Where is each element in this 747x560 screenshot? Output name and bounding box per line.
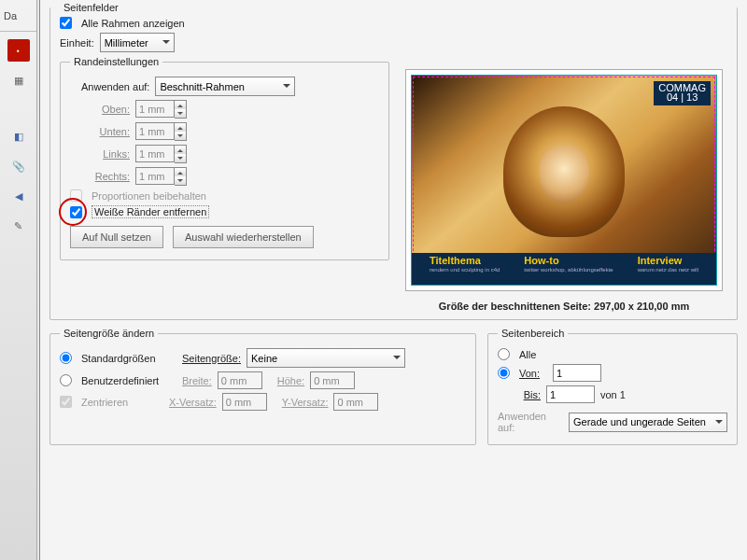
rand-group: Randeinstellungen Anwenden auf: Beschnit… — [60, 56, 389, 260]
pagesize-group: Seitengröße ändern Standardgrößen Seiten… — [49, 328, 476, 445]
benutzer-label: Benutzerdefiniert — [81, 375, 176, 386]
seitengroesse-label: Seitengröße: — [182, 353, 241, 364]
einheit-select[interactable]: Millimeter — [100, 33, 175, 52]
proportionen-label: Proportionen beibehalten — [92, 190, 206, 202]
bis-input[interactable] — [546, 385, 595, 403]
rechts-spinner[interactable] — [175, 167, 187, 186]
tab-label: Da — [0, 0, 36, 32]
anwenden-select[interactable]: Beschnitt-Rahmen — [155, 77, 295, 96]
xversatz-label: X-Versatz: — [169, 397, 217, 408]
alle-rahmen-label: Alle Rahmen anzeigen — [81, 18, 185, 29]
attachment-icon[interactable]: 📎 — [7, 155, 30, 177]
seitenbereich-legend: Seitenbereich — [498, 328, 568, 339]
hoehe-label: Höhe: — [277, 375, 304, 386]
links-spinner[interactable] — [175, 145, 187, 163]
unten-input[interactable] — [135, 122, 175, 140]
zentrieren-checkbox — [60, 396, 72, 408]
crop-dialog: Seitenfelder Alle Rahmen anzeigen Einhei… — [39, 0, 747, 560]
preview-strip: Titelthemarendern und sculpting in c4d H… — [412, 253, 716, 285]
von-input[interactable] — [553, 364, 601, 382]
proportionen-checkbox — [70, 189, 82, 202]
page-thumb-icon[interactable]: ▦ — [7, 69, 30, 91]
signature-icon[interactable]: ✎ — [7, 215, 30, 237]
oben-spinner[interactable] — [175, 100, 187, 119]
alle-rahmen-checkbox[interactable] — [60, 17, 72, 29]
standard-label: Standardgrößen — [81, 353, 176, 364]
range-anwenden-label: Anwenden auf: — [498, 411, 563, 433]
zentrieren-label: Zentrieren — [81, 397, 163, 408]
links-label: Links: — [81, 148, 130, 160]
benutzer-radio[interactable] — [60, 374, 72, 386]
oben-label: Oben: — [81, 104, 130, 115]
von-total-label: von 1 — [600, 389, 626, 400]
yversatz-label: Y-Versatz: — [282, 397, 329, 408]
breite-input — [218, 371, 262, 389]
einheit-label: Einheit: — [60, 37, 94, 49]
links-input[interactable] — [135, 145, 175, 162]
hoehe-input — [310, 371, 355, 389]
breite-label: Breite: — [182, 375, 212, 386]
pagesize-legend: Seitengröße ändern — [60, 328, 158, 339]
null-setzen-button[interactable]: Auf Null setzen — [70, 226, 163, 248]
bookmark-icon[interactable]: ◧ — [7, 125, 30, 147]
cropped-size-label: Größe der beschnittenen Seite: 297,00 x … — [439, 301, 689, 312]
rand-legend: Randeinstellungen — [70, 56, 162, 67]
bis-label: Bis: — [514, 389, 541, 400]
standard-radio[interactable] — [60, 352, 72, 364]
rechts-input[interactable] — [135, 167, 175, 185]
oben-input[interactable] — [135, 100, 175, 118]
alle-label: Alle — [519, 349, 536, 360]
yversatz-input — [333, 393, 378, 411]
seitenbereich-group: Seitenbereich Alle Von: Bis: von 1 Anwen… — [487, 328, 738, 445]
unten-label: Unten: — [81, 126, 130, 137]
nav-icon[interactable]: ◀ — [7, 185, 30, 207]
weisse-raender-checkbox[interactable] — [70, 206, 82, 218]
weisse-raender-label: Weiße Ränder entfernen — [92, 205, 209, 218]
anwenden-label: Anwenden auf: — [81, 81, 149, 92]
preview-badge: COMMAG04 | 13 — [654, 81, 711, 105]
xversatz-input — [222, 393, 267, 411]
range-anwenden-select[interactable]: Gerade und ungerade Seiten — [569, 413, 727, 432]
page-preview: COMMAG04 | 13 Titelthemarendern und scul… — [405, 69, 723, 291]
pdf-tab-icon[interactable]: ▪ — [7, 39, 30, 62]
von-label: Von: — [519, 368, 547, 379]
left-toolbar: Da ▪ ▦ ◧ 📎 ◀ ✎ — [0, 0, 37, 560]
seitenfelder-legend: Seitenfelder — [60, 2, 122, 13]
seitengroesse-select[interactable]: Keine — [247, 348, 405, 368]
rechts-label: Rechts: — [81, 171, 130, 182]
preview-thumb: COMMAG04 | 13 Titelthemarendern und scul… — [411, 75, 717, 286]
seitenfelder-group: Seitenfelder Alle Rahmen anzeigen Einhei… — [49, 2, 738, 320]
von-radio[interactable] — [498, 367, 510, 379]
unten-spinner[interactable] — [175, 122, 187, 141]
alle-radio[interactable] — [498, 348, 510, 360]
wiederherstellen-button[interactable]: Auswahl wiederherstellen — [173, 226, 314, 248]
